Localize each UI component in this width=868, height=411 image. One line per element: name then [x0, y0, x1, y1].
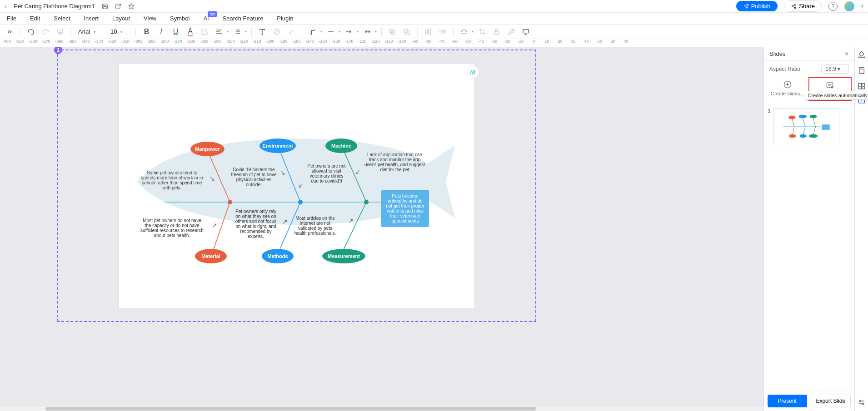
scrollbar-thumb[interactable]: [45, 407, 536, 411]
slide-canvas[interactable]: M: [118, 63, 475, 308]
node-environment[interactable]: Environment: [259, 139, 296, 153]
cause-text-manpower[interactable]: Some pet owners tend to spends more time…: [139, 170, 205, 190]
node-material[interactable]: Material: [195, 249, 227, 263]
align-button[interactable]: [213, 26, 225, 38]
underline-button[interactable]: U: [170, 26, 181, 38]
connector-dropdown-icon[interactable]: ▾: [320, 30, 322, 34]
menu-ai[interactable]: AI hot: [203, 15, 209, 22]
fishbone-diagram[interactable]: Manpower Environment Machine Material Me…: [128, 100, 469, 272]
slide-thumbnail[interactable]: 1: [768, 108, 851, 145]
svg-point-44: [228, 200, 232, 204]
close-panel-icon[interactable]: ×: [845, 50, 849, 58]
align-dropdown-icon[interactable]: ▾: [227, 30, 229, 34]
help-icon[interactable]: ?: [828, 2, 838, 11]
arrow-end-dropdown-icon[interactable]: ▾: [375, 30, 377, 34]
svg-line-20: [289, 29, 294, 34]
undo-button[interactable]: [25, 26, 37, 38]
node-methods[interactable]: Methods: [262, 249, 294, 263]
menu-plugin[interactable]: Plugin: [277, 15, 293, 22]
star-icon[interactable]: [128, 3, 135, 10]
cause-text-environment[interactable]: Covid-19 hinders the freedom of pet to h…: [230, 167, 278, 187]
toolbar: Arial 10 B I U A ▾ ▾ ▾ ▾ ▾ ▾: [0, 25, 868, 39]
node-machine[interactable]: Machine: [325, 139, 357, 153]
arrow-start-button[interactable]: [343, 26, 355, 38]
line-color-button[interactable]: [285, 26, 297, 38]
menu-view[interactable]: View: [144, 15, 156, 22]
slide-preview[interactable]: [773, 108, 839, 145]
svg-rect-33: [495, 31, 499, 35]
fill-icon[interactable]: [858, 51, 866, 59]
arrow-end-button[interactable]: [361, 26, 373, 38]
cause-text-machine2[interactable]: Lack of application that can track and m…: [364, 152, 425, 172]
svg-line-62: [803, 127, 805, 135]
back-button[interactable]: ‹: [5, 2, 7, 10]
auto-slides-icon: [825, 81, 834, 90]
save-icon[interactable]: [102, 3, 108, 10]
page-icon[interactable]: [858, 66, 866, 74]
app-logo-badge: M: [466, 66, 479, 79]
export-slide-button[interactable]: Export Slide: [811, 395, 851, 407]
font-select[interactable]: Arial: [75, 27, 105, 36]
aspect-ratio-select[interactable]: 16:9 ▾: [821, 64, 849, 74]
cause-text-machine1[interactable]: Pet owners are not allowed to visit vete…: [307, 163, 346, 183]
align-objects-button[interactable]: [422, 26, 434, 38]
settings-rail-icon[interactable]: [858, 398, 866, 406]
bold-button[interactable]: B: [140, 26, 152, 38]
font-color-button[interactable]: A: [184, 26, 196, 38]
tools-button[interactable]: [505, 26, 517, 38]
create-slides-manual-button[interactable]: Create slides...: [767, 77, 808, 101]
effects-dropdown-icon[interactable]: ▾: [472, 30, 474, 34]
list-button[interactable]: [231, 26, 243, 38]
list-dropdown-icon[interactable]: ▾: [245, 30, 247, 34]
menu-edit[interactable]: Edit: [30, 15, 40, 22]
font-size-select[interactable]: 10: [108, 27, 131, 36]
arrow-start-dropdown-icon[interactable]: ▾: [357, 30, 359, 34]
menu-select[interactable]: Select: [54, 15, 70, 22]
svg-point-56: [810, 115, 817, 119]
cause-text-material[interactable]: Most pet owners do not have the capacity…: [139, 218, 205, 238]
format-painter-icon[interactable]: [54, 26, 66, 38]
menu-insert[interactable]: Insert: [84, 15, 99, 22]
line-style-dropdown-icon[interactable]: ▾: [339, 30, 340, 34]
svg-point-1: [795, 4, 796, 5]
lock-button[interactable]: [491, 26, 503, 38]
text-tool-button[interactable]: [256, 26, 268, 38]
selection-handle[interactable]: 1: [54, 47, 62, 54]
cause-text-measurement[interactable]: Most articles on the internet are not va…: [291, 216, 339, 236]
italic-button[interactable]: I: [155, 26, 167, 38]
svg-rect-28: [426, 30, 428, 34]
create-slides-auto-button[interactable]: Create slides Create slides automaticall…: [808, 77, 852, 101]
svg-point-46: [364, 200, 369, 204]
user-avatar[interactable]: [844, 1, 854, 11]
effects-button[interactable]: [458, 26, 470, 38]
redo-button[interactable]: [40, 26, 51, 38]
share-button[interactable]: Share: [784, 0, 822, 12]
menu-layout[interactable]: Layout: [112, 15, 130, 22]
fill-color-button[interactable]: [271, 26, 283, 38]
result-box[interactable]: Pets become unhealthy and do not get the…: [381, 190, 429, 227]
svg-line-61: [792, 127, 794, 135]
svg-marker-0: [129, 4, 134, 9]
menu-file[interactable]: File: [7, 15, 16, 22]
highlight-button[interactable]: [199, 26, 210, 38]
connector-button[interactable]: [307, 26, 319, 38]
export-icon[interactable]: [115, 3, 121, 10]
distribute-button[interactable]: [437, 26, 449, 38]
menu-symbol[interactable]: Symbol: [170, 15, 190, 22]
expand-toolbar-icon[interactable]: [4, 26, 15, 38]
node-manpower[interactable]: Manpower: [190, 142, 224, 156]
layer-back-button[interactable]: [401, 26, 413, 38]
layers-icon[interactable]: [858, 82, 866, 90]
avatar-dropdown-icon[interactable]: ▾: [861, 4, 863, 9]
crop-button[interactable]: [476, 26, 488, 38]
cause-text-methods[interactable]: Pet owners only rely on what they see on…: [233, 209, 279, 239]
horizontal-scrollbar[interactable]: [0, 406, 763, 411]
menu-search-feature[interactable]: Search Feature: [223, 15, 264, 22]
layer-front-button[interactable]: [386, 26, 398, 38]
publish-button[interactable]: Publish: [736, 1, 778, 11]
present-button[interactable]: Present: [768, 395, 807, 407]
presentation-button[interactable]: [520, 26, 532, 38]
node-measurement[interactable]: Measurement: [322, 249, 365, 263]
canvas-area[interactable]: 1 M: [0, 47, 763, 411]
line-style-button[interactable]: [325, 26, 337, 38]
